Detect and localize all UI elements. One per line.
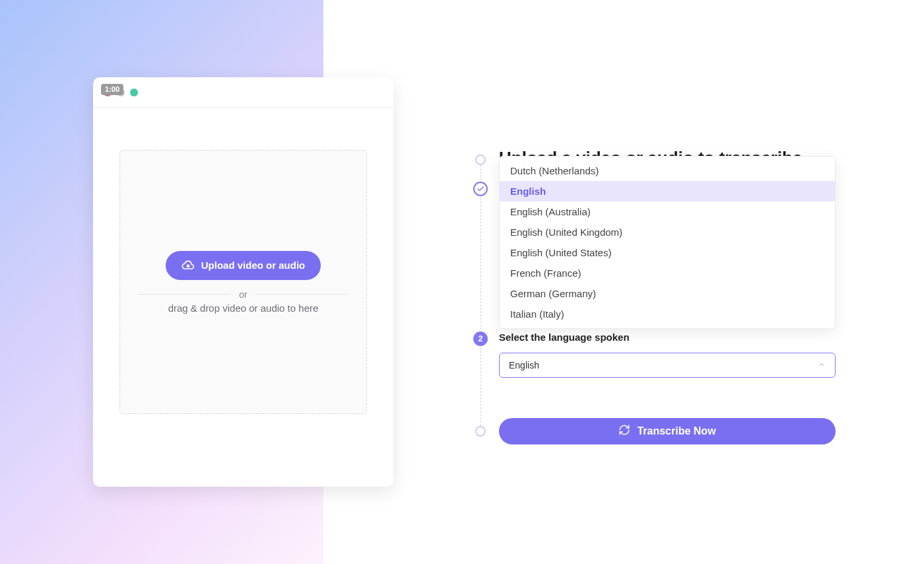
language-dropdown[interactable]: Dutch (Netherlands)EnglishEnglish (Austr… (499, 156, 836, 329)
transcribe-button-label: Transcribe Now (637, 425, 715, 437)
step-2-label: Select the language spoken (499, 332, 630, 343)
dragdrop-text: drag & drop video or audio to here (168, 302, 319, 314)
traffic-light-zoom[interactable] (130, 88, 138, 96)
upload-button[interactable]: Upload video or audio (166, 251, 321, 280)
cloud-upload-icon (182, 259, 195, 272)
step-2-number: 2 (478, 334, 483, 343)
upload-window: 1:00 Upload video or audio or drag & dro… (93, 77, 393, 487)
window-titlebar (93, 77, 393, 108)
step-marker-2: 2 (473, 332, 488, 346)
language-option[interactable]: English (500, 181, 835, 201)
step-marker-complete (473, 182, 488, 196)
step-marker-hollow-bottom (475, 426, 486, 437)
upload-button-label: Upload video or audio (201, 260, 306, 271)
language-option[interactable]: English (Australia) (500, 201, 835, 222)
language-select[interactable]: English (499, 353, 836, 378)
language-option[interactable]: Dutch (Netherlands) (500, 160, 835, 181)
language-option[interactable]: English (United Kingdom) (500, 222, 835, 242)
refresh-icon (618, 424, 630, 439)
language-select-value: English (509, 360, 539, 370)
steps-connector-line (480, 159, 481, 429)
duration-badge: 1:00 (101, 84, 123, 95)
or-divider: or (139, 289, 348, 300)
chevron-up-icon (818, 360, 826, 370)
language-option[interactable]: English (United States) (500, 242, 835, 263)
language-option[interactable]: German (Germany) (500, 283, 835, 304)
transcribe-button[interactable]: Transcribe Now (499, 418, 836, 444)
step-marker-hollow-top (475, 155, 486, 165)
upload-dropzone[interactable]: Upload video or audio or drag & drop vid… (119, 150, 367, 414)
or-text: or (239, 289, 247, 300)
language-option[interactable]: French (France) (500, 263, 835, 283)
language-option[interactable]: Italian (Italy) (500, 304, 835, 324)
